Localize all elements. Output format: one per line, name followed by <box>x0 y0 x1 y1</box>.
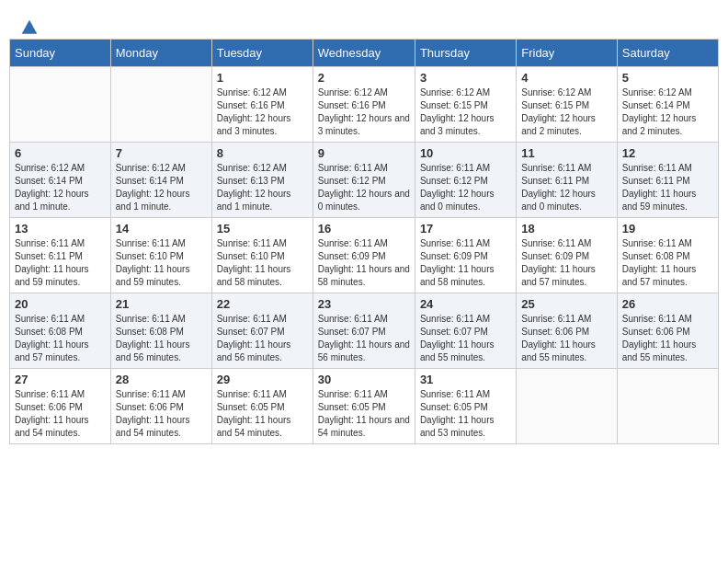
calendar-day-cell: 14Sunrise: 6:11 AM Sunset: 6:10 PM Dayli… <box>110 218 211 293</box>
day-info: Sunrise: 6:11 AM Sunset: 6:11 PM Dayligh… <box>521 162 612 213</box>
day-of-week-header: Wednesday <box>313 40 415 67</box>
calendar-day-cell: 3Sunrise: 6:12 AM Sunset: 6:15 PM Daylig… <box>415 67 516 143</box>
day-number: 6 <box>15 146 106 160</box>
day-number: 10 <box>420 146 511 160</box>
day-info: Sunrise: 6:11 AM Sunset: 6:09 PM Dayligh… <box>420 237 511 289</box>
calendar-day-cell: 19Sunrise: 6:11 AM Sunset: 6:08 PM Dayli… <box>617 218 718 293</box>
day-number: 3 <box>420 71 511 85</box>
day-info: Sunrise: 6:11 AM Sunset: 6:06 PM Dayligh… <box>15 388 106 440</box>
day-number: 28 <box>116 373 207 386</box>
day-number: 5 <box>622 71 713 85</box>
day-number: 7 <box>116 146 207 160</box>
day-number: 16 <box>318 222 410 236</box>
calendar-day-cell: 30Sunrise: 6:11 AM Sunset: 6:05 PM Dayli… <box>313 369 415 444</box>
day-number: 19 <box>622 222 713 236</box>
day-info: Sunrise: 6:12 AM Sunset: 6:14 PM Dayligh… <box>116 162 207 213</box>
calendar-week-row: 6Sunrise: 6:12 AM Sunset: 6:14 PM Daylig… <box>10 143 719 218</box>
day-info: Sunrise: 6:11 AM Sunset: 6:10 PM Dayligh… <box>217 237 308 289</box>
day-info: Sunrise: 6:12 AM Sunset: 6:15 PM Dayligh… <box>420 86 511 138</box>
day-info: Sunrise: 6:11 AM Sunset: 6:09 PM Dayligh… <box>318 237 410 289</box>
day-number: 29 <box>217 373 308 386</box>
day-info: Sunrise: 6:12 AM Sunset: 6:14 PM Dayligh… <box>622 86 713 138</box>
calendar-day-cell: 20Sunrise: 6:11 AM Sunset: 6:08 PM Dayli… <box>10 293 111 369</box>
day-number: 14 <box>116 222 207 236</box>
day-number: 25 <box>521 297 612 311</box>
calendar-day-cell: 4Sunrise: 6:12 AM Sunset: 6:15 PM Daylig… <box>517 67 618 143</box>
logo-icon <box>20 18 39 37</box>
day-number: 22 <box>217 297 308 311</box>
day-number: 24 <box>420 297 511 311</box>
calendar-table: SundayMondayTuesdayWednesdayThursdayFrid… <box>9 39 719 444</box>
calendar-day-cell: 2Sunrise: 6:12 AM Sunset: 6:16 PM Daylig… <box>313 67 415 143</box>
day-number: 30 <box>318 373 410 386</box>
calendar-week-row: 13Sunrise: 6:11 AM Sunset: 6:11 PM Dayli… <box>10 218 719 293</box>
calendar-week-row: 20Sunrise: 6:11 AM Sunset: 6:08 PM Dayli… <box>10 293 719 369</box>
day-number: 1 <box>217 71 308 85</box>
day-info: Sunrise: 6:11 AM Sunset: 6:07 PM Dayligh… <box>420 313 511 364</box>
day-number: 13 <box>15 222 106 236</box>
calendar-day-cell: 25Sunrise: 6:11 AM Sunset: 6:06 PM Dayli… <box>517 293 618 369</box>
day-number: 12 <box>622 146 713 160</box>
day-of-week-header: Sunday <box>10 40 111 67</box>
day-number: 9 <box>318 146 410 160</box>
calendar-day-cell: 17Sunrise: 6:11 AM Sunset: 6:09 PM Dayli… <box>415 218 516 293</box>
svg-marker-0 <box>22 20 38 34</box>
day-of-week-header: Monday <box>110 40 211 67</box>
day-number: 20 <box>15 297 106 311</box>
day-of-week-header: Thursday <box>415 40 516 67</box>
day-number: 17 <box>420 222 511 236</box>
calendar-day-cell: 22Sunrise: 6:11 AM Sunset: 6:07 PM Dayli… <box>211 293 313 369</box>
calendar-week-row: 1Sunrise: 6:12 AM Sunset: 6:16 PM Daylig… <box>10 67 719 143</box>
day-number: 15 <box>217 222 308 236</box>
day-info: Sunrise: 6:11 AM Sunset: 6:08 PM Dayligh… <box>116 313 207 364</box>
day-number: 31 <box>420 373 511 386</box>
day-info: Sunrise: 6:11 AM Sunset: 6:06 PM Dayligh… <box>521 313 612 364</box>
day-info: Sunrise: 6:12 AM Sunset: 6:14 PM Dayligh… <box>15 162 106 213</box>
day-info: Sunrise: 6:12 AM Sunset: 6:16 PM Dayligh… <box>318 86 410 138</box>
calendar-day-cell: 16Sunrise: 6:11 AM Sunset: 6:09 PM Dayli… <box>313 218 415 293</box>
day-number: 26 <box>622 297 713 311</box>
day-info: Sunrise: 6:11 AM Sunset: 6:06 PM Dayligh… <box>622 313 713 364</box>
day-info: Sunrise: 6:11 AM Sunset: 6:12 PM Dayligh… <box>318 162 410 213</box>
day-info: Sunrise: 6:11 AM Sunset: 6:08 PM Dayligh… <box>622 237 713 289</box>
day-number: 21 <box>116 297 207 311</box>
day-number: 27 <box>15 373 106 386</box>
day-of-week-header: Tuesday <box>211 40 313 67</box>
calendar-day-cell: 1Sunrise: 6:12 AM Sunset: 6:16 PM Daylig… <box>211 67 313 143</box>
day-info: Sunrise: 6:11 AM Sunset: 6:12 PM Dayligh… <box>420 162 511 213</box>
calendar-day-cell: 13Sunrise: 6:11 AM Sunset: 6:11 PM Dayli… <box>10 218 111 293</box>
day-info: Sunrise: 6:11 AM Sunset: 6:11 PM Dayligh… <box>622 162 713 213</box>
day-info: Sunrise: 6:11 AM Sunset: 6:11 PM Dayligh… <box>15 237 106 289</box>
logo <box>18 18 39 29</box>
calendar-day-cell <box>110 67 211 143</box>
calendar-day-cell: 29Sunrise: 6:11 AM Sunset: 6:05 PM Dayli… <box>211 369 313 444</box>
calendar-day-cell: 18Sunrise: 6:11 AM Sunset: 6:09 PM Dayli… <box>517 218 618 293</box>
calendar-day-cell: 10Sunrise: 6:11 AM Sunset: 6:12 PM Dayli… <box>415 143 516 218</box>
page-header <box>9 9 719 34</box>
calendar-day-cell: 27Sunrise: 6:11 AM Sunset: 6:06 PM Dayli… <box>10 369 111 444</box>
calendar-day-cell: 24Sunrise: 6:11 AM Sunset: 6:07 PM Dayli… <box>415 293 516 369</box>
day-info: Sunrise: 6:11 AM Sunset: 6:05 PM Dayligh… <box>318 388 410 440</box>
calendar-day-cell: 8Sunrise: 6:12 AM Sunset: 6:13 PM Daylig… <box>211 143 313 218</box>
calendar-day-cell: 23Sunrise: 6:11 AM Sunset: 6:07 PM Dayli… <box>313 293 415 369</box>
calendar-header-row: SundayMondayTuesdayWednesdayThursdayFrid… <box>10 40 719 67</box>
day-info: Sunrise: 6:11 AM Sunset: 6:07 PM Dayligh… <box>217 313 308 364</box>
day-info: Sunrise: 6:11 AM Sunset: 6:06 PM Dayligh… <box>116 388 207 440</box>
calendar-day-cell: 5Sunrise: 6:12 AM Sunset: 6:14 PM Daylig… <box>617 67 718 143</box>
day-info: Sunrise: 6:12 AM Sunset: 6:13 PM Dayligh… <box>217 162 308 213</box>
day-of-week-header: Friday <box>517 40 618 67</box>
day-info: Sunrise: 6:11 AM Sunset: 6:07 PM Dayligh… <box>318 313 410 364</box>
day-info: Sunrise: 6:11 AM Sunset: 6:08 PM Dayligh… <box>15 313 106 364</box>
day-number: 18 <box>521 222 612 236</box>
calendar-day-cell <box>517 369 618 444</box>
calendar-day-cell: 11Sunrise: 6:11 AM Sunset: 6:11 PM Dayli… <box>517 143 618 218</box>
calendar-day-cell <box>617 369 718 444</box>
day-number: 11 <box>521 146 612 160</box>
day-info: Sunrise: 6:11 AM Sunset: 6:05 PM Dayligh… <box>420 388 511 440</box>
calendar-day-cell: 6Sunrise: 6:12 AM Sunset: 6:14 PM Daylig… <box>10 143 111 218</box>
calendar-day-cell: 28Sunrise: 6:11 AM Sunset: 6:06 PM Dayli… <box>110 369 211 444</box>
day-info: Sunrise: 6:12 AM Sunset: 6:15 PM Dayligh… <box>521 86 612 138</box>
day-info: Sunrise: 6:11 AM Sunset: 6:05 PM Dayligh… <box>217 388 308 440</box>
day-info: Sunrise: 6:11 AM Sunset: 6:10 PM Dayligh… <box>116 237 207 289</box>
day-info: Sunrise: 6:11 AM Sunset: 6:09 PM Dayligh… <box>521 237 612 289</box>
